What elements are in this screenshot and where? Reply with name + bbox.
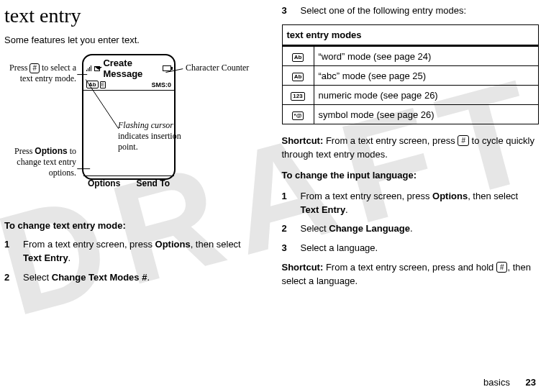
softkey-left: Options bbox=[88, 178, 120, 188]
phone-diagram: Create Message Ab E SMS:0 Options Send T… bbox=[4, 54, 262, 212]
right-column: 3 Select one of the following entry mode… bbox=[272, 0, 547, 392]
step-2: 2 Select Change Text Modes #. bbox=[4, 271, 262, 285]
left-column: text entry Some features let you enter t… bbox=[0, 0, 272, 392]
annot-cursor: Flashing cursor indicates insertion poin… bbox=[118, 120, 197, 152]
annot-cursor-ital: Flashing cursor bbox=[118, 120, 173, 130]
section-title: text entry bbox=[4, 4, 262, 27]
intro-text: Some features let you enter text. bbox=[4, 35, 262, 45]
step-number: 3 bbox=[282, 242, 292, 255]
mode-icon-word: Ab bbox=[292, 53, 304, 62]
mode-icon-abc: Ab bbox=[292, 73, 304, 81]
ab-mode-indicator: Ab bbox=[86, 81, 99, 88]
step-number: 1 bbox=[282, 190, 292, 217]
step-text: From a text entry screen, press Options,… bbox=[23, 238, 262, 265]
hash-key-icon: # bbox=[29, 63, 40, 73]
step-text: Select a language. bbox=[301, 242, 378, 255]
step-text: Select Change Text Modes #. bbox=[23, 271, 150, 285]
phone-frame: Create Message Ab E SMS:0 Options Send T… bbox=[82, 54, 176, 180]
table-row: 123 numeric mode (see page 26) bbox=[282, 86, 539, 105]
phone-softkeys: Options Send To bbox=[83, 176, 174, 191]
annot-text: Press bbox=[14, 146, 35, 156]
hash-key-icon: # bbox=[496, 262, 508, 273]
step-text: Select Change Language. bbox=[301, 222, 413, 236]
lang-step-2: 2 Select Change Language. bbox=[282, 222, 540, 236]
options-label: Options bbox=[35, 146, 67, 156]
page: text entry Some features let you enter t… bbox=[0, 0, 546, 392]
lang-step-3: 3 Select a language. bbox=[282, 242, 540, 255]
lang-step-1: 1 From a text entry screen, press Option… bbox=[282, 190, 540, 217]
step-1: 1 From a text entry screen, press Option… bbox=[4, 238, 262, 265]
mode-icon-numeric: 123 bbox=[291, 92, 304, 101]
phone-title-row: Create Message bbox=[83, 55, 174, 81]
change-mode-heading: To change text entry mode: bbox=[4, 219, 262, 232]
phone-status-row: Ab E SMS:0 bbox=[83, 81, 174, 88]
step-number: 3 bbox=[282, 4, 292, 17]
table-row: *@ symbol mode (see page 26) bbox=[282, 105, 539, 124]
step-number: 1 bbox=[4, 238, 14, 265]
softkey-right: Send To bbox=[137, 178, 170, 188]
table-row: Ab “word” mode (see page 24) bbox=[282, 46, 539, 66]
annot-options: Press Options to change text entry optio… bbox=[4, 146, 76, 178]
mode-desc: symbol mode (see page 26) bbox=[314, 105, 539, 124]
annot-cursor-rest: indicates insertion point. bbox=[118, 131, 181, 152]
change-language-heading: To change the input language: bbox=[282, 169, 540, 183]
annot-char-counter: Character Counter bbox=[186, 63, 250, 73]
shortcut-2: Shortcut: From a text entry screen, pres… bbox=[282, 261, 540, 288]
entry-type-icon: E bbox=[100, 81, 106, 88]
step-text: Select one of the following entry modes: bbox=[301, 4, 467, 17]
annot-text: Press bbox=[9, 63, 29, 73]
table-row: Ab “abc” mode (see page 25) bbox=[282, 66, 539, 86]
step-number: 2 bbox=[282, 222, 292, 236]
step-text: From a text entry screen, press Options,… bbox=[301, 190, 540, 217]
message-icon bbox=[94, 66, 100, 71]
phone-title: Create Message bbox=[103, 58, 160, 79]
step-3: 3 Select one of the following entry mode… bbox=[282, 4, 540, 17]
battery-icon bbox=[163, 65, 171, 71]
mode-icon-symbol: *@ bbox=[292, 111, 304, 120]
hash-key-icon: # bbox=[458, 135, 469, 146]
mode-desc: numeric mode (see page 26) bbox=[314, 86, 539, 105]
step-number: 2 bbox=[4, 271, 14, 285]
sms-counter: SMS:0 bbox=[151, 81, 171, 88]
mode-desc: “word” mode (see page 24) bbox=[314, 46, 539, 66]
annot-hash-key: Press # to select a text entry mode. bbox=[4, 63, 76, 84]
modes-table: text entry modes Ab “word” mode (see pag… bbox=[282, 24, 540, 124]
modes-table-header: text entry modes bbox=[282, 25, 539, 46]
shortcut-1: Shortcut: From a text entry screen, pres… bbox=[282, 135, 540, 162]
signal-icon bbox=[86, 65, 91, 71]
mode-desc: “abc” mode (see page 25) bbox=[314, 66, 539, 86]
